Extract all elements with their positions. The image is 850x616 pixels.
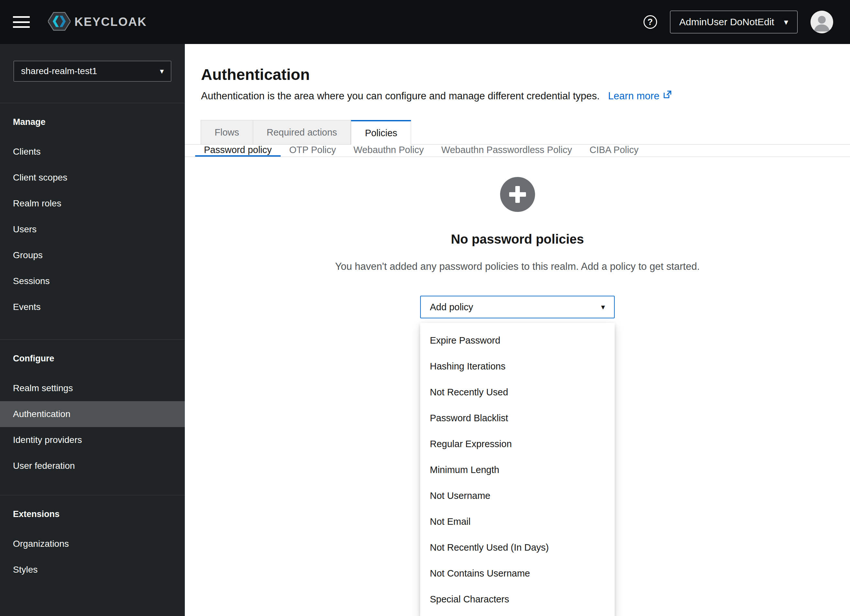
masthead-right: ? AdminUser DoNotEdit ▾ <box>643 10 834 33</box>
tab-policies[interactable]: Policies <box>351 120 411 145</box>
tab-bar: Flows Required actions Policies <box>185 120 850 145</box>
policy-subtab-bar: Password policy OTP Policy Webauthn Poli… <box>185 145 850 157</box>
subtab-ciba-policy[interactable]: CIBA Policy <box>581 145 647 157</box>
page-title: Authentication <box>201 66 834 84</box>
help-icon: ? <box>647 17 653 27</box>
sidebar-item-sessions[interactable]: Sessions <box>0 268 185 294</box>
tab-required-actions[interactable]: Required actions <box>253 120 351 144</box>
nav-section-label-extensions: Extensions <box>0 509 185 519</box>
menu-item-special-characters[interactable]: Special Characters <box>420 586 615 612</box>
sidebar: shared-realm-test1 ▾ Manage Clients Clie… <box>0 44 185 616</box>
chevron-down-icon: ▾ <box>601 302 605 311</box>
sidebar-item-events[interactable]: Events <box>0 294 185 320</box>
page-description: Authentication is the area where you can… <box>201 90 600 102</box>
sidebar-item-styles[interactable]: Styles <box>0 557 185 583</box>
hamburger-icon <box>13 16 30 18</box>
add-policy-toggle[interactable]: Add policy ▾ <box>420 296 615 318</box>
user-menu-dropdown[interactable]: AdminUser DoNotEdit ▾ <box>670 10 798 33</box>
menu-item-regular-expression[interactable]: Regular Expression <box>420 431 615 457</box>
tab-flows[interactable]: Flows <box>201 120 253 144</box>
menu-item-not-email[interactable]: Not Email <box>420 508 615 534</box>
help-button[interactable]: ? <box>643 15 657 29</box>
sidebar-item-client-scopes[interactable]: Client scopes <box>0 164 185 191</box>
keycloak-wordmark: KEYCLOAK <box>75 15 147 29</box>
add-policy-label: Add policy <box>430 302 473 312</box>
main-content: Authentication Authentication is the are… <box>185 44 850 616</box>
menu-item-expire-password[interactable]: Expire Password <box>420 327 615 353</box>
nav-toggle-button[interactable] <box>13 15 30 29</box>
user-menu-label: AdminUser DoNotEdit <box>679 16 774 27</box>
sidebar-item-authentication[interactable]: Authentication <box>0 401 185 427</box>
chevron-down-icon: ▾ <box>160 67 164 76</box>
menu-item-not-recently-used-in-days[interactable]: Not Recently Used (In Days) <box>420 534 615 560</box>
sidebar-item-users[interactable]: Users <box>0 217 185 242</box>
menu-item-not-contains-username[interactable]: Not Contains Username <box>420 560 615 586</box>
nav-section-label-configure: Configure <box>0 353 185 364</box>
empty-state: No password policies You haven't added a… <box>185 157 850 616</box>
menu-item-hashing-iterations[interactable]: Hashing Iterations <box>420 353 615 379</box>
subtab-otp-policy[interactable]: OTP Policy <box>281 145 345 157</box>
menu-item-password-blacklist[interactable]: Password Blacklist <box>420 405 615 431</box>
sidebar-item-groups[interactable]: Groups <box>0 242 185 268</box>
menu-item-minimum-length[interactable]: Minimum Length <box>420 457 615 483</box>
keycloak-logo[interactable]: KEYCLOAK <box>48 12 147 32</box>
keycloak-icon <box>48 12 70 32</box>
sidebar-item-realm-roles[interactable]: Realm roles <box>0 191 185 217</box>
learn-more-link[interactable]: Learn more <box>608 90 672 102</box>
subtab-webauthn-passwordless-policy[interactable]: Webauthn Passwordless Policy <box>432 145 581 157</box>
page-header: Authentication Authentication is the are… <box>185 44 850 102</box>
sidebar-item-user-federation[interactable]: User federation <box>0 453 185 479</box>
realm-selector-label: shared-realm-test1 <box>21 66 97 76</box>
empty-state-title: No password policies <box>451 232 584 247</box>
chevron-down-icon: ▾ <box>784 17 788 27</box>
realm-selector[interactable]: shared-realm-test1 ▾ <box>13 61 171 82</box>
sidebar-item-identity-providers[interactable]: Identity providers <box>0 427 185 453</box>
add-policy-menu: Expire Password Hashing Iterations Not R… <box>420 323 615 616</box>
external-link-icon <box>663 90 672 102</box>
add-policy-dropdown: Add policy ▾ Expire Password Hashing Ite… <box>420 296 615 616</box>
user-avatar[interactable] <box>811 10 833 33</box>
nav-section-label-manage: Manage <box>0 117 185 127</box>
add-circle-icon <box>500 177 535 213</box>
sidebar-divider <box>0 339 185 340</box>
subtab-password-policy[interactable]: Password policy <box>195 145 281 157</box>
menu-item-not-username[interactable]: Not Username <box>420 483 615 508</box>
sidebar-divider <box>0 495 185 495</box>
sidebar-item-organizations[interactable]: Organizations <box>0 531 185 557</box>
menu-item-not-recently-used[interactable]: Not Recently Used <box>420 379 615 405</box>
sidebar-item-realm-settings[interactable]: Realm settings <box>0 375 185 401</box>
empty-state-body: You haven't added any password policies … <box>335 261 700 272</box>
masthead: KEYCLOAK ? AdminUser DoNotEdit ▾ <box>0 0 850 44</box>
subtab-webauthn-policy[interactable]: Webauthn Policy <box>345 145 432 157</box>
sidebar-item-clients[interactable]: Clients <box>0 139 185 164</box>
